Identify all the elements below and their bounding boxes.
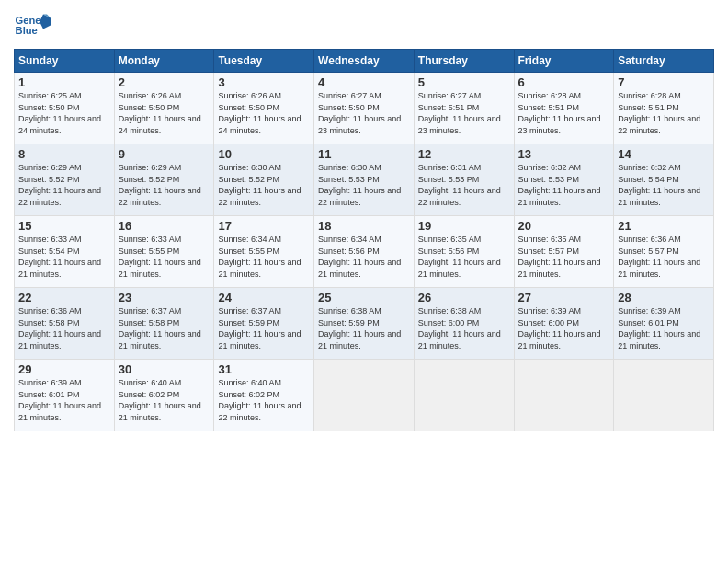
day-number: 24 <box>218 291 310 304</box>
day-info: Sunrise: 6:27 AMSunset: 5:50 PMDaylight:… <box>318 91 401 135</box>
calendar-cell: 28 Sunrise: 6:39 AMSunset: 6:01 PMDaylig… <box>614 288 714 360</box>
day-number: 31 <box>218 362 310 376</box>
day-info: Sunrise: 6:35 AMSunset: 5:57 PMDaylight:… <box>518 235 601 279</box>
day-info: Sunrise: 6:33 AMSunset: 5:54 PMDaylight:… <box>18 235 101 279</box>
day-info: Sunrise: 6:40 AMSunset: 6:02 PMDaylight:… <box>218 378 301 422</box>
calendar-cell <box>514 360 614 431</box>
day-info: Sunrise: 6:34 AMSunset: 5:55 PMDaylight:… <box>218 235 301 279</box>
day-info: Sunrise: 6:25 AMSunset: 5:50 PMDaylight:… <box>18 91 101 135</box>
col-thursday: Thursday <box>414 50 514 73</box>
day-number: 15 <box>18 219 110 233</box>
col-friday: Friday <box>514 50 614 73</box>
day-info: Sunrise: 6:31 AMSunset: 5:53 PMDaylight:… <box>418 163 501 207</box>
day-number: 4 <box>318 75 410 89</box>
day-number: 27 <box>518 291 610 304</box>
day-number: 22 <box>18 291 110 304</box>
day-info: Sunrise: 6:29 AMSunset: 5:52 PMDaylight:… <box>119 163 201 207</box>
calendar-cell: 23 Sunrise: 6:37 AMSunset: 5:58 PMDaylig… <box>114 288 214 360</box>
calendar-cell: 13 Sunrise: 6:32 AMSunset: 5:53 PMDaylig… <box>514 144 614 216</box>
calendar-header-row: Sunday Monday Tuesday Wednesday Thursday… <box>15 50 714 73</box>
logo-icon: General Blue <box>14 9 51 41</box>
calendar-cell: 11 Sunrise: 6:30 AMSunset: 5:53 PMDaylig… <box>314 144 415 216</box>
day-info: Sunrise: 6:36 AMSunset: 5:58 PMDaylight:… <box>18 306 101 350</box>
day-number: 29 <box>18 362 110 376</box>
calendar-cell: 16 Sunrise: 6:33 AMSunset: 5:55 PMDaylig… <box>114 216 214 288</box>
day-info: Sunrise: 6:28 AMSunset: 5:51 PMDaylight:… <box>518 91 601 135</box>
calendar-cell: 7 Sunrise: 6:28 AMSunset: 5:51 PMDayligh… <box>614 73 714 144</box>
day-number: 14 <box>618 147 710 161</box>
day-info: Sunrise: 6:29 AMSunset: 5:52 PMDaylight:… <box>18 163 101 207</box>
calendar-week-row: 29 Sunrise: 6:39 AMSunset: 6:01 PMDaylig… <box>15 360 714 431</box>
calendar-week-row: 22 Sunrise: 6:36 AMSunset: 5:58 PMDaylig… <box>15 288 714 360</box>
page-container: General Blue Sunday Monday Tuesday Wedne… <box>0 0 728 441</box>
svg-text:Blue: Blue <box>16 25 38 36</box>
calendar-week-row: 15 Sunrise: 6:33 AMSunset: 5:54 PMDaylig… <box>15 216 714 288</box>
calendar-cell: 1 Sunrise: 6:25 AMSunset: 5:50 PMDayligh… <box>15 73 115 144</box>
day-number: 6 <box>518 75 610 89</box>
day-info: Sunrise: 6:37 AMSunset: 5:59 PMDaylight:… <box>218 306 301 350</box>
day-number: 5 <box>418 75 510 89</box>
day-info: Sunrise: 6:35 AMSunset: 5:56 PMDaylight:… <box>418 235 501 279</box>
calendar-cell: 29 Sunrise: 6:39 AMSunset: 6:01 PMDaylig… <box>15 360 115 431</box>
day-info: Sunrise: 6:39 AMSunset: 6:01 PMDaylight:… <box>618 306 700 350</box>
day-number: 23 <box>119 291 210 304</box>
calendar-cell: 4 Sunrise: 6:27 AMSunset: 5:50 PMDayligh… <box>314 73 415 144</box>
header: General Blue <box>14 9 714 41</box>
day-number: 30 <box>119 362 210 376</box>
day-info: Sunrise: 6:34 AMSunset: 5:56 PMDaylight:… <box>318 235 401 279</box>
calendar-cell: 21 Sunrise: 6:36 AMSunset: 5:57 PMDaylig… <box>614 216 714 288</box>
day-info: Sunrise: 6:30 AMSunset: 5:53 PMDaylight:… <box>318 163 401 207</box>
calendar-cell: 27 Sunrise: 6:39 AMSunset: 6:00 PMDaylig… <box>514 288 614 360</box>
day-info: Sunrise: 6:26 AMSunset: 5:50 PMDaylight:… <box>218 91 301 135</box>
day-number: 2 <box>119 75 210 89</box>
day-number: 26 <box>418 291 510 304</box>
day-info: Sunrise: 6:33 AMSunset: 5:55 PMDaylight:… <box>119 235 201 279</box>
day-number: 17 <box>218 219 310 233</box>
day-number: 25 <box>318 291 410 304</box>
calendar-cell <box>614 360 714 431</box>
logo: General Blue <box>14 9 52 41</box>
day-number: 10 <box>218 147 310 161</box>
day-info: Sunrise: 6:36 AMSunset: 5:57 PMDaylight:… <box>618 235 700 279</box>
day-info: Sunrise: 6:38 AMSunset: 6:00 PMDaylight:… <box>418 306 501 350</box>
day-number: 3 <box>218 75 310 89</box>
day-number: 21 <box>618 219 710 233</box>
calendar-cell: 17 Sunrise: 6:34 AMSunset: 5:55 PMDaylig… <box>214 216 314 288</box>
day-info: Sunrise: 6:32 AMSunset: 5:54 PMDaylight:… <box>618 163 700 207</box>
calendar-cell: 18 Sunrise: 6:34 AMSunset: 5:56 PMDaylig… <box>314 216 415 288</box>
day-info: Sunrise: 6:30 AMSunset: 5:52 PMDaylight:… <box>218 163 301 207</box>
col-tuesday: Tuesday <box>214 50 314 73</box>
day-info: Sunrise: 6:37 AMSunset: 5:58 PMDaylight:… <box>119 306 201 350</box>
day-info: Sunrise: 6:39 AMSunset: 6:00 PMDaylight:… <box>518 306 601 350</box>
calendar-table: Sunday Monday Tuesday Wednesday Thursday… <box>14 49 714 431</box>
calendar-cell: 9 Sunrise: 6:29 AMSunset: 5:52 PMDayligh… <box>114 144 214 216</box>
calendar-cell: 14 Sunrise: 6:32 AMSunset: 5:54 PMDaylig… <box>614 144 714 216</box>
col-monday: Monday <box>114 50 214 73</box>
calendar-cell: 25 Sunrise: 6:38 AMSunset: 5:59 PMDaylig… <box>314 288 415 360</box>
day-info: Sunrise: 6:26 AMSunset: 5:50 PMDaylight:… <box>119 91 201 135</box>
day-info: Sunrise: 6:28 AMSunset: 5:51 PMDaylight:… <box>618 91 700 135</box>
day-info: Sunrise: 6:27 AMSunset: 5:51 PMDaylight:… <box>418 91 501 135</box>
calendar-cell <box>414 360 514 431</box>
day-number: 8 <box>18 147 110 161</box>
calendar-cell: 10 Sunrise: 6:30 AMSunset: 5:52 PMDaylig… <box>214 144 314 216</box>
calendar-cell: 30 Sunrise: 6:40 AMSunset: 6:02 PMDaylig… <box>114 360 214 431</box>
day-info: Sunrise: 6:38 AMSunset: 5:59 PMDaylight:… <box>318 306 401 350</box>
day-number: 12 <box>418 147 510 161</box>
calendar-cell: 3 Sunrise: 6:26 AMSunset: 5:50 PMDayligh… <box>214 73 314 144</box>
day-number: 11 <box>318 147 410 161</box>
calendar-cell: 26 Sunrise: 6:38 AMSunset: 6:00 PMDaylig… <box>414 288 514 360</box>
day-number: 13 <box>518 147 610 161</box>
day-info: Sunrise: 6:39 AMSunset: 6:01 PMDaylight:… <box>18 378 101 422</box>
day-number: 16 <box>119 219 210 233</box>
calendar-cell: 15 Sunrise: 6:33 AMSunset: 5:54 PMDaylig… <box>15 216 115 288</box>
col-wednesday: Wednesday <box>314 50 415 73</box>
col-sunday: Sunday <box>15 50 115 73</box>
day-number: 7 <box>618 75 710 89</box>
day-number: 28 <box>618 291 710 304</box>
calendar-cell: 2 Sunrise: 6:26 AMSunset: 5:50 PMDayligh… <box>114 73 214 144</box>
day-number: 20 <box>518 219 610 233</box>
calendar-week-row: 1 Sunrise: 6:25 AMSunset: 5:50 PMDayligh… <box>15 73 714 144</box>
day-number: 18 <box>318 219 410 233</box>
calendar-cell: 24 Sunrise: 6:37 AMSunset: 5:59 PMDaylig… <box>214 288 314 360</box>
